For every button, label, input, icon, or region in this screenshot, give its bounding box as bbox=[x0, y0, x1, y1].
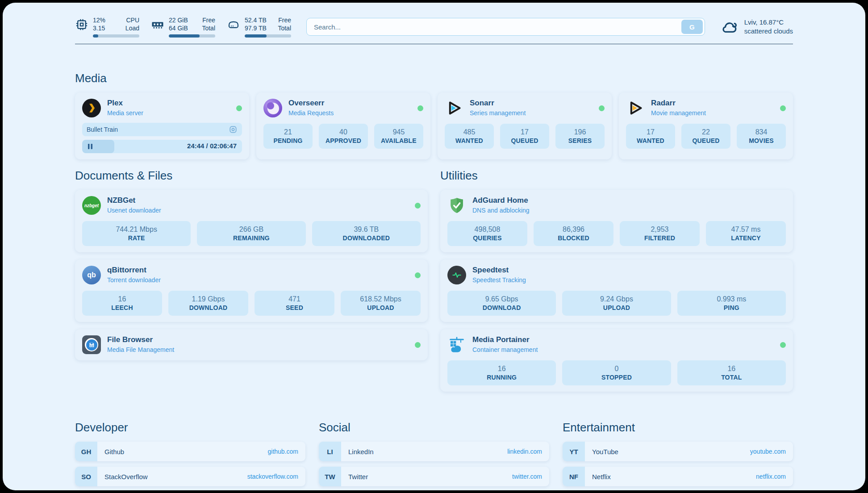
stat-running: 16RUNNING bbox=[447, 360, 556, 385]
stat-upload: 618.52 MbpsUPLOAD bbox=[341, 291, 421, 316]
section-title-social: Social bbox=[319, 420, 549, 435]
stat-ping: 0.993 msPING bbox=[677, 291, 786, 316]
bookmark-name: Github bbox=[104, 448, 124, 455]
section-title-developer: Developer bbox=[75, 420, 305, 435]
stat-approved: 40APPROVED bbox=[319, 124, 368, 149]
nzbget-icon: nzbget bbox=[82, 196, 101, 215]
stat-blocked: 86,396BLOCKED bbox=[534, 221, 613, 246]
ram-icon bbox=[151, 18, 164, 31]
stat-total: 16TOTAL bbox=[677, 360, 786, 385]
app-subtitle: Speedtest Tracking bbox=[472, 276, 526, 284]
bookmark-url[interactable]: github.com bbox=[268, 448, 298, 455]
bookmark-name: YouTube bbox=[592, 448, 618, 455]
app-subtitle: Media File Management bbox=[107, 345, 174, 354]
bookmark-abbr: LI bbox=[319, 442, 341, 461]
stat-rate: 744.21 MbpsRATE bbox=[82, 221, 191, 246]
adguard-icon bbox=[447, 196, 466, 215]
pause-icon[interactable] bbox=[87, 143, 94, 150]
bookmark-stackoverflow[interactable]: SO StackOverflow stackoverflow.com bbox=[75, 467, 305, 486]
topbar-divider bbox=[75, 44, 793, 44]
disk-label: Free bbox=[278, 16, 291, 24]
cpu-icon bbox=[75, 18, 88, 31]
now-playing-title: Bullet Train bbox=[87, 126, 118, 133]
dashboard-page: 12%CPU 3.15Load 22 GiBFree 64 GiBTotal bbox=[3, 3, 865, 490]
bookmark-name: StackOverflow bbox=[104, 473, 148, 480]
disk-label2: Total bbox=[278, 24, 291, 32]
app-name: Media Portainer bbox=[472, 335, 538, 344]
stat-upload: 9.24 GbpsUPLOAD bbox=[562, 291, 671, 316]
section-title-documents: Documents & Files bbox=[75, 168, 428, 183]
app-card-qbittorrent[interactable]: qb qBittorrent Torrent downloader 16LEEC… bbox=[75, 259, 428, 322]
search-bar[interactable]: G bbox=[306, 18, 705, 36]
documents-column: Documents & Files nzbget NZBGet Usenet d… bbox=[75, 168, 428, 392]
ram-total: 64 GiB bbox=[169, 24, 188, 32]
app-subtitle: Container management bbox=[472, 345, 538, 354]
weather-widget: Lviv, 16.87°C scattered clouds bbox=[720, 17, 793, 36]
utilities-column: Utilities AdGuard Home DNS and adblockin… bbox=[440, 168, 793, 392]
sonarr-icon bbox=[445, 99, 463, 117]
bookmark-url[interactable]: stackoverflow.com bbox=[247, 473, 298, 480]
app-subtitle: Usenet downloader bbox=[107, 206, 161, 215]
ram-progress-fill bbox=[169, 34, 200, 38]
section-title-utilities: Utilities bbox=[440, 168, 793, 183]
bookmark-netflix[interactable]: NF Netflix netflix.com bbox=[563, 467, 793, 486]
stat-filtered: 2,953FILTERED bbox=[620, 221, 700, 246]
bookmark-name: Twitter bbox=[348, 473, 368, 480]
playback-time: 24:44 / 02:06:47 bbox=[187, 142, 237, 150]
app-name: qBittorrent bbox=[107, 266, 161, 275]
section-title-entertainment: Entertainment bbox=[563, 420, 793, 435]
stat-movies: 834MOVIES bbox=[737, 124, 786, 149]
app-name: Sonarr bbox=[470, 99, 526, 108]
app-card-sonarr[interactable]: Sonarr Series management 485WANTED 17QUE… bbox=[438, 92, 612, 159]
status-dot bbox=[236, 105, 242, 111]
entertainment-column: Entertainment YT YouTube youtube.com NF … bbox=[563, 420, 793, 490]
disk-progress-fill bbox=[245, 34, 267, 38]
bookmark-abbr: SO bbox=[75, 467, 97, 486]
cloud-icon bbox=[720, 17, 739, 36]
app-card-speedtest[interactable]: Speedtest Speedtest Tracking 9.65 GbpsDO… bbox=[440, 259, 793, 322]
stat-pending: 21PENDING bbox=[263, 124, 313, 149]
stat-leech: 16LEECH bbox=[82, 291, 162, 316]
bookmark-name: Netflix bbox=[592, 473, 611, 480]
app-card-nzbget[interactable]: nzbget NZBGet Usenet downloader 744.21 M… bbox=[75, 190, 428, 252]
bookmark-url[interactable]: twitter.com bbox=[512, 473, 542, 480]
search-input[interactable] bbox=[307, 23, 681, 31]
radarr-icon bbox=[626, 99, 645, 117]
cpu-label: CPU bbox=[126, 16, 139, 24]
bookmark-github[interactable]: GH Github github.com bbox=[75, 442, 305, 461]
app-name: NZBGet bbox=[107, 196, 161, 205]
app-card-overseerr[interactable]: Overseerr Media Requests 21PENDING 40APP… bbox=[256, 92, 430, 159]
status-dot bbox=[599, 105, 605, 111]
playback-progress-bar[interactable]: 24:44 / 02:06:47 bbox=[82, 140, 242, 153]
video-icon[interactable] bbox=[229, 125, 238, 134]
stat-series: 196SERIES bbox=[555, 124, 605, 149]
stat-wanted: 485WANTED bbox=[445, 124, 494, 149]
app-card-radarr[interactable]: Radarr Movie management 17WANTED 22QUEUE… bbox=[619, 92, 793, 159]
weather-condition: scattered clouds bbox=[744, 27, 793, 36]
app-card-adguard[interactable]: AdGuard Home DNS and adblocking 498,508Q… bbox=[440, 190, 793, 252]
filebrowser-icon bbox=[82, 335, 101, 354]
overseerr-icon bbox=[263, 99, 282, 117]
media-grid: Plex Media server Bullet Train 24:44 / 0… bbox=[75, 92, 793, 159]
ram-label2: Total bbox=[202, 24, 215, 32]
app-card-filebrowser[interactable]: File Browser Media File Management bbox=[75, 329, 428, 360]
bookmark-youtube[interactable]: YT YouTube youtube.com bbox=[563, 442, 793, 461]
cpu-widget: 12%CPU 3.15Load bbox=[75, 16, 139, 38]
bookmark-linkedin[interactable]: LI LinkedIn linkedin.com bbox=[319, 442, 549, 461]
qbittorrent-icon: qb bbox=[82, 266, 101, 284]
stat-queued: 17QUEUED bbox=[500, 124, 549, 149]
stat-remaining: 266 GBREMAINING bbox=[197, 221, 305, 246]
bookmark-url[interactable]: youtube.com bbox=[750, 448, 786, 455]
social-column: Social LI LinkedIn linkedin.com TW Twitt… bbox=[319, 420, 549, 490]
status-dot bbox=[780, 342, 786, 348]
ram-free: 22 GiB bbox=[169, 16, 188, 24]
status-dot bbox=[415, 272, 421, 278]
bookmark-url[interactable]: netflix.com bbox=[756, 473, 786, 480]
bookmark-url[interactable]: linkedin.com bbox=[507, 448, 542, 455]
app-card-plex[interactable]: Plex Media server Bullet Train 24:44 / 0… bbox=[75, 92, 249, 159]
status-dot bbox=[415, 203, 421, 209]
bookmark-twitter[interactable]: TW Twitter twitter.com bbox=[319, 467, 549, 486]
search-engine-button[interactable]: G bbox=[681, 20, 703, 34]
app-card-portainer[interactable]: Media Portainer Container management 16R… bbox=[440, 329, 793, 392]
app-subtitle: Torrent downloader bbox=[107, 276, 161, 284]
